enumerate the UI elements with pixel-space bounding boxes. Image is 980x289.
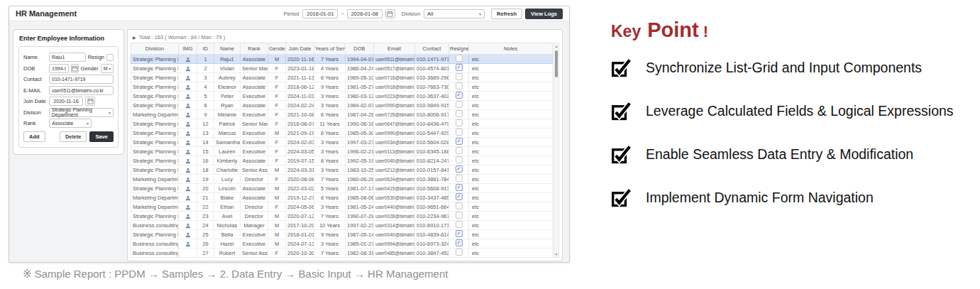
calendar-icon[interactable] xyxy=(385,9,395,18)
resigned-checkbox[interactable] xyxy=(456,92,463,99)
scroll-up-icon[interactable]: ▲ xyxy=(554,43,558,49)
resigned-checkbox[interactable] xyxy=(456,147,463,154)
table-row[interactable]: Strategic Planning Department 3 Aubrey A… xyxy=(131,73,553,82)
dob-field[interactable] xyxy=(49,64,69,73)
resigned-checkbox[interactable] xyxy=(456,73,463,80)
table-row[interactable]: Marketing Department 22 Ethan Director F… xyxy=(131,202,553,212)
resigned-checkbox[interactable] xyxy=(456,129,463,136)
resigned-checkbox[interactable] xyxy=(456,165,463,173)
resigned-checkbox[interactable] xyxy=(456,184,463,191)
table-row[interactable]: Marketing Department 19 Lucy Director F … xyxy=(131,175,553,184)
cell-rank: Senior Associate xyxy=(241,249,268,258)
dob-calendar-icon[interactable] xyxy=(71,64,79,73)
resigned-checkbox[interactable] xyxy=(456,55,463,62)
table-row[interactable]: Strategic Planning Department 14 Samanth… xyxy=(131,138,553,147)
resigned-checkbox[interactable] xyxy=(456,221,463,228)
cell-img xyxy=(179,156,197,165)
table-row[interactable]: Strategic Planning Department 16 Kimberl… xyxy=(131,156,553,165)
cell-email: user0994@bimatrix.co.kr xyxy=(374,239,415,249)
rank-select[interactable]: Associate ▾ xyxy=(49,119,92,128)
table-row[interactable]: Strategic Planning Department 5 Peter Ex… xyxy=(131,92,553,101)
add-button[interactable]: Add xyxy=(23,131,45,142)
column-header[interactable]: Gender xyxy=(268,43,286,55)
resigned-checkbox[interactable] xyxy=(456,138,463,145)
table-row[interactable]: Strategic Planning Department 25 Bella E… xyxy=(131,230,553,239)
table-row[interactable]: Business consulting Department 26 Hazel … xyxy=(131,239,553,249)
table-row[interactable]: Business consulting Department 27 Robert… xyxy=(131,249,553,258)
cell-id: 13 xyxy=(197,129,214,138)
column-header[interactable]: Contact xyxy=(415,43,449,55)
column-header[interactable]: IMG xyxy=(179,43,197,55)
cell-contact: 010-7663-7306 xyxy=(415,82,449,92)
person-icon xyxy=(185,186,191,192)
table-row[interactable]: Strategic Planning Department 20 Lincoln… xyxy=(131,184,553,193)
column-header[interactable]: Email xyxy=(374,43,415,55)
resigned-checkbox[interactable] xyxy=(456,64,463,71)
column-header[interactable]: Join Date xyxy=(286,43,314,55)
resigned-checkbox[interactable] xyxy=(456,101,463,108)
scrollbar-thumb[interactable] xyxy=(555,50,558,77)
resigned-checkbox[interactable] xyxy=(456,82,463,89)
resigned-checkbox[interactable] xyxy=(456,175,463,182)
column-header[interactable]: Notes xyxy=(469,43,553,55)
table-row[interactable]: Marketing Department 9 Melanie Executive… xyxy=(131,110,553,119)
join-date-calendar-icon[interactable] xyxy=(85,97,95,106)
column-header[interactable]: ID xyxy=(197,43,214,55)
cell-years-of-service: 3 Years xyxy=(314,101,346,110)
cell-join-date: 2024-05-06 xyxy=(286,202,314,212)
cell-join-date: 2020-11-16 xyxy=(286,55,314,64)
period-to-input[interactable] xyxy=(347,9,382,18)
resigned-checkbox[interactable] xyxy=(456,110,463,117)
view-logs-button[interactable]: View Logs xyxy=(525,9,563,19)
resigned-checkbox[interactable] xyxy=(456,119,463,126)
scroll-down-icon[interactable]: ▼ xyxy=(554,251,558,257)
table-row[interactable]: Strategic Planning Department 13 Marcus … xyxy=(131,129,553,138)
resigned-checkbox[interactable] xyxy=(456,156,463,163)
cell-name: Ethan xyxy=(214,202,241,212)
table-row[interactable]: Strategic Planning Department 12 Patrick… xyxy=(131,119,553,129)
form-division-select[interactable]: Strategic Planning Department ▾ xyxy=(49,108,114,117)
delete-button[interactable]: Delete xyxy=(60,131,87,142)
cell-dob: 1996-02-21 xyxy=(346,147,374,156)
resigned-checkbox[interactable] xyxy=(456,249,463,256)
period-from-input[interactable] xyxy=(302,9,338,18)
resigned-checkbox[interactable] xyxy=(456,239,463,246)
table-row[interactable]: Strategic Planning Department 23 Axel Di… xyxy=(131,212,553,221)
table-row[interactable]: Marketing Department 21 Blake Associate … xyxy=(131,193,553,202)
vertical-scrollbar[interactable]: ▲ ▼ xyxy=(554,43,559,258)
cell-division: Strategic Planning Department xyxy=(131,101,179,110)
column-header[interactable]: Resigned xyxy=(449,43,469,55)
column-header[interactable]: Name xyxy=(214,43,241,55)
checked-checkbox-icon xyxy=(611,188,632,207)
email-field[interactable] xyxy=(49,86,114,95)
resign-checkbox[interactable] xyxy=(106,54,114,61)
table-row[interactable]: Strategic Planning Department 2 Vivian S… xyxy=(131,64,553,73)
table-row[interactable]: Strategic Planning Department 15 Lauren … xyxy=(131,147,553,156)
column-header[interactable]: DOB xyxy=(346,43,374,55)
table-row[interactable]: Strategic Planning Department 18 Charlot… xyxy=(131,165,553,175)
column-header[interactable]: Years of Service xyxy=(314,43,346,55)
save-button[interactable]: Save xyxy=(89,131,114,142)
cell-division: Strategic Planning Department xyxy=(131,129,179,138)
resigned-checkbox[interactable] xyxy=(456,230,463,237)
join-date-field[interactable] xyxy=(49,97,83,106)
gender-select[interactable]: M ▾ xyxy=(101,64,114,73)
resigned-checkbox[interactable] xyxy=(456,193,463,200)
column-header[interactable]: Division xyxy=(131,43,179,55)
column-header[interactable]: Rank xyxy=(241,43,268,55)
table-row[interactable]: Strategic Planning Department 6 Ryan Ass… xyxy=(131,101,553,110)
cell-contact: 010-4839-6141 xyxy=(415,230,449,239)
division-select[interactable]: All ▾ xyxy=(424,9,485,18)
resigned-checkbox[interactable] xyxy=(456,202,463,209)
table-row[interactable]: Strategic Planning Department 4 Eleanor … xyxy=(131,82,553,92)
person-icon xyxy=(185,140,191,146)
cell-dob: 1981-05-24 xyxy=(346,202,374,212)
cell-name: Marcus xyxy=(214,129,241,138)
name-field[interactable] xyxy=(49,53,86,62)
resigned-checkbox[interactable] xyxy=(456,212,463,219)
table-row[interactable]: Strategic Planning Department 1 Raju1 As… xyxy=(131,55,553,64)
refresh-button[interactable]: Refresh xyxy=(491,9,522,19)
table-row[interactable]: Business consulting Department 24 Nichol… xyxy=(131,221,553,230)
contact-field[interactable] xyxy=(49,75,114,84)
cell-notes: etc xyxy=(469,101,553,110)
